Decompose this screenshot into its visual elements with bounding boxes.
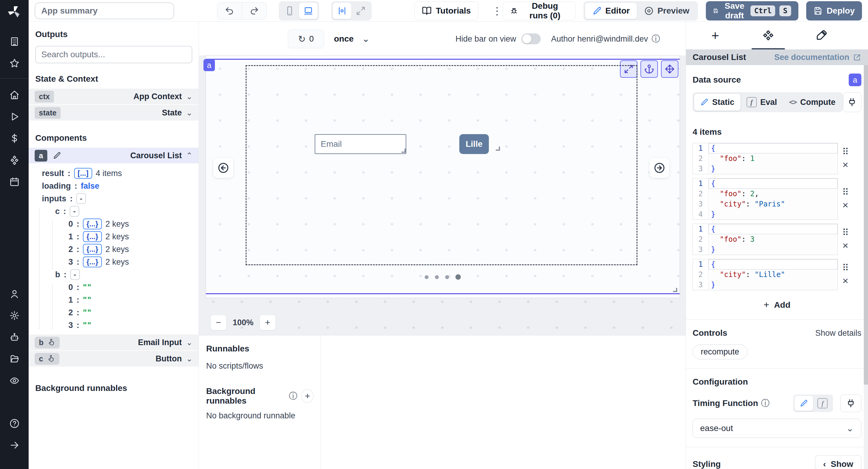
see-documentation-link[interactable]: See documentation [774,53,861,62]
show-details-button[interactable]: Show details [815,329,861,338]
remove-item-button[interactable]: × [842,200,848,210]
sidebar-item-folder-open[interactable] [0,348,29,370]
desktop-view-button[interactable] [299,3,318,19]
tree-expand-box[interactable]: {...} [83,256,102,268]
tree-row[interactable]: 1:"" [38,293,198,306]
sidebar-item-home[interactable] [0,84,29,106]
timing-static-button[interactable] [795,396,813,411]
carousel-next-button[interactable] [650,158,670,178]
resize-handle[interactable] [496,147,500,151]
component-a-row[interactable]: a Carousel List ⌃ [29,148,198,164]
styling-tab[interactable] [805,22,838,50]
tree-row[interactable]: 2:"" [38,306,198,319]
redo-button[interactable] [242,2,267,19]
tutorials-button[interactable]: Tutorials [414,1,478,20]
mode-static[interactable]: Static [694,94,741,111]
sidebar-item-user[interactable] [0,283,29,305]
insert-component-tab[interactable]: + [699,22,732,50]
sidebar-item-star[interactable] [0,53,29,74]
remove-item-button[interactable]: × [842,240,848,250]
connect-input-button[interactable] [843,92,861,112]
scrollbar-thumb[interactable] [864,65,868,385]
zoom-out-button[interactable]: − [210,315,227,330]
more-menu-button[interactable]: ⋮ [492,5,502,17]
carousel-button[interactable]: Lille [459,134,489,154]
tree-expand-box[interactable]: - [76,193,86,204]
tree-expand-box[interactable]: [...] [74,168,92,179]
resize-handle[interactable] [673,288,677,292]
schedule-dropdown[interactable]: once ⌄ [334,30,370,48]
sidebar-item-cubes[interactable] [0,149,29,171]
tree-expand-box[interactable]: - [70,206,79,217]
app-canvas[interactable]: a Lille [206,56,680,298]
state-row[interactable]: state State ⌄ [29,105,198,121]
sidebar-item-robot[interactable] [0,326,29,348]
deploy-button[interactable]: Deploy [806,1,862,21]
ctx-row[interactable]: ctx App Context ⌄ [29,89,198,105]
tree-expand-box[interactable]: - [70,269,80,280]
drag-handle-icon[interactable]: ⠿ [842,188,849,197]
json-editor[interactable]: 1{2 "foo": 13} [692,143,838,174]
anchor-component-button[interactable] [641,60,658,78]
timing-eval-button[interactable]: f [813,396,832,411]
sidebar-item-dollar[interactable] [0,127,29,149]
zoom-in-button[interactable]: + [259,315,276,330]
timing-connect-button[interactable] [840,395,861,412]
tree-row[interactable]: b:- [38,268,198,281]
carousel-dot[interactable] [425,275,429,279]
scrollbar-track[interactable] [864,65,868,469]
timing-function-select[interactable]: ease-out ⌄ [692,419,861,438]
app-summary-input[interactable] [35,2,174,19]
drag-handle-icon[interactable]: ⠿ [842,263,849,273]
carousel-drop-zone[interactable] [246,65,638,265]
undo-button[interactable] [217,2,242,19]
tree-row[interactable]: inputs:- [38,192,198,205]
center-layout-button[interactable] [333,3,351,19]
hide-bar-toggle[interactable] [521,33,541,44]
resize-handle[interactable] [401,149,406,153]
recompute-button[interactable]: recompute [692,345,747,359]
tree-row[interactable]: 3:"" [38,319,198,332]
windmill-logo-icon[interactable] [7,5,22,19]
tree-expand-box[interactable]: {...} [83,244,102,255]
tree-row[interactable]: loading:false [38,180,198,192]
mobile-view-button[interactable] [280,3,299,19]
tree-row[interactable]: 0:{...}2 keys [38,218,198,230]
carousel-dot[interactable] [456,274,461,280]
component-b-row[interactable]: b Email Input ⌄ [29,335,198,351]
sidebar-item-gear[interactable] [0,305,29,326]
carousel-dot[interactable] [445,275,449,279]
json-editor[interactable]: 1{2 "city": "Lille"3} [692,259,838,290]
add-background-runnable-button[interactable]: + [301,389,313,403]
sidebar-item-eye[interactable] [0,370,29,392]
email-input[interactable] [315,134,406,154]
sidebar-item-calendar[interactable] [0,171,29,193]
search-outputs-input[interactable] [35,46,192,63]
remove-item-button[interactable]: × [842,276,848,286]
save-draft-button[interactable]: Save draft Ctrl S [706,1,798,21]
tree-row[interactable]: result:[...]4 items [38,167,198,180]
sidebar-item-help[interactable] [0,413,29,434]
drag-handle-icon[interactable]: ⠿ [842,228,849,237]
editor-tab[interactable]: Editor [585,3,637,19]
sidebar-item-arrow-right[interactable] [0,434,29,456]
component-settings-tab[interactable] [752,22,785,50]
tree-row[interactable]: 0:"" [38,281,198,293]
mode-eval[interactable]: f Eval [741,94,783,111]
move-component-button[interactable] [661,60,678,78]
tree-row[interactable]: 3:{...}2 keys [38,256,198,268]
tree-expand-box[interactable]: {...} [83,219,102,229]
tree-expand-box[interactable]: {...} [83,231,102,242]
canvas-area[interactable]: a Lille [199,56,686,335]
remove-item-button[interactable]: × [842,159,848,170]
carousel-prev-button[interactable] [213,158,233,178]
sidebar-item-building[interactable] [0,31,29,53]
full-width-button[interactable] [351,3,370,19]
tree-row[interactable]: 2:{...}2 keys [38,243,198,256]
rename-component-button[interactable] [50,150,64,162]
drag-handle-icon[interactable]: ⠿ [842,147,849,156]
carousel-dot[interactable] [435,275,439,279]
sidebar-item-play[interactable] [0,106,29,127]
tree-row[interactable]: c:- [38,205,198,218]
tree-row[interactable]: 1:{...}2 keys [38,230,198,243]
